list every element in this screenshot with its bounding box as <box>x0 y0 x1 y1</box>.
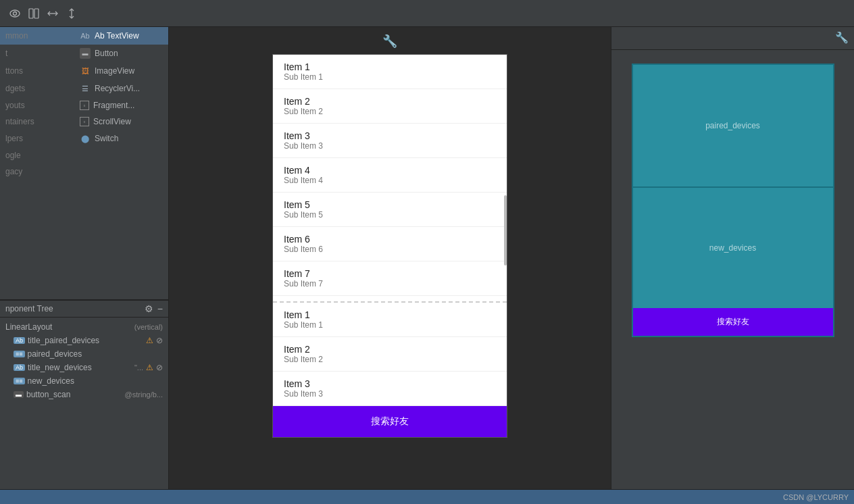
list-item-7[interactable]: Item 1 Sub Item 1 <box>273 303 507 337</box>
device-section-paired: paired_devices <box>633 65 833 186</box>
wrench-icon-right: 🔧 <box>835 31 849 44</box>
tree-content: LinearLayout (vertical) Ab title_paired_… <box>0 318 168 489</box>
warn-icon-title-new: ⚠ <box>146 363 153 372</box>
palette-item-switch[interactable]: lpers ⬤ Switch <box>0 130 168 147</box>
palette-item-imageview[interactable]: ttons 🖼 ImageView <box>0 62 168 80</box>
tree-badge-new: ≡≡ <box>14 378 25 384</box>
scroll-thumb[interactable] <box>504 195 507 266</box>
recyclerview-label: RecyclerVi... <box>95 84 140 93</box>
tree-item-extra-title-new: "... <box>134 363 143 372</box>
tree-item-button-scan[interactable]: ▬ button_scan @string/b... <box>0 388 168 401</box>
list-item-1[interactable]: Item 2 Sub Item 2 <box>273 89 507 124</box>
component-tree: nponent Tree ⚙ − LinearLayout (vertical)… <box>0 300 168 489</box>
palette-item-right-2: 🖼 ImageView <box>80 66 163 76</box>
palette-item-left-5: ntainers <box>5 117 80 126</box>
textview-label: Ab TextView <box>95 31 139 41</box>
main-layout: mmon Ab Ab TextView t ▬ Button ttons 🖼 <box>0 27 854 489</box>
list-item-sub-0: Sub Item 1 <box>284 72 496 82</box>
list-item-0[interactable]: Item 1 Sub Item 1 <box>273 55 507 89</box>
device-preview-area: paired_devices new_devices 搜索好友 <box>611 50 854 489</box>
palette-item-scrollview[interactable]: ntainers ▫ ScrollView <box>0 114 168 130</box>
tree-item-extra-linearlayout: (vertical) <box>134 323 163 331</box>
list-item-title-9: Item 3 <box>284 378 496 389</box>
list-item-sub-5: Sub Item 6 <box>284 245 496 254</box>
tree-item-title-paired[interactable]: Ab title_paired_devices ⚠ ⊘ <box>0 334 168 347</box>
palette-item-right-4: ▫ Fragment... <box>80 101 163 110</box>
list-item-3[interactable]: Item 4 Sub Item 4 <box>273 158 507 193</box>
list-item-sub-7: Sub Item 1 <box>284 320 496 330</box>
device-button-label: 搜索好友 <box>717 317 749 326</box>
search-button[interactable]: 搜索好友 <box>273 406 507 437</box>
palette-item-google[interactable]: ogle <box>0 147 168 163</box>
tree-badge-title-paired: Ab <box>14 337 25 344</box>
scrollview-icon: ▫ <box>80 117 89 126</box>
top-toolbar <box>0 0 854 27</box>
tree-item-new-devices[interactable]: ≡≡ new_devices <box>0 374 168 388</box>
section-label-paired: paired_devices <box>705 121 760 130</box>
list-item-5[interactable]: Item 6 Sub Item 6 <box>273 227 507 261</box>
arrows-h-icon[interactable] <box>45 6 60 21</box>
list-item-sub-8: Sub Item 2 <box>284 355 496 364</box>
tree-badge-paired: ≡≡ <box>14 351 25 357</box>
device-screen: paired_devices new_devices 搜索好友 <box>632 64 834 337</box>
list-item-title-8: Item 2 <box>284 344 496 355</box>
fragment-label: Fragment... <box>93 101 134 110</box>
phone-preview: Item 1 Sub Item 1 Item 2 Sub Item 2 Item… <box>272 54 507 438</box>
list-item-9[interactable]: Item 3 Sub Item 3 <box>273 372 507 406</box>
palette-item-right-6: ⬤ Switch <box>80 133 163 144</box>
list-item-6[interactable]: Item 7 Sub Item 7 <box>273 261 507 296</box>
list-item-title-3: Item 4 <box>284 165 496 176</box>
palette-item-legacy[interactable]: gacy <box>0 163 168 180</box>
tree-item-name-title-new: title_new_devices <box>28 363 132 372</box>
eye-icon[interactable] <box>7 6 22 21</box>
tree-item-name-title-paired: title_paired_devices <box>28 336 143 345</box>
palette-item-right-5: ▫ ScrollView <box>80 117 163 126</box>
right-panel: 🔧 paired_devices new_devices 搜索好友 <box>611 27 854 489</box>
palette-item-left-4: youts <box>5 101 80 110</box>
list-item-title-4: Item 5 <box>284 199 496 210</box>
list-item-title-2: Item 3 <box>284 130 496 141</box>
component-tree-settings-icon[interactable]: ⚙ <box>145 303 153 314</box>
svg-rect-3 <box>34 9 39 18</box>
right-panel-top: 🔧 <box>611 27 854 50</box>
palette-section: mmon Ab Ab TextView t ▬ Button ttons 🖼 <box>0 27 168 300</box>
block-icon-title-paired: ⊘ <box>156 336 163 345</box>
tree-badge-scan: ▬ <box>14 391 24 398</box>
palette-item-left-2: ttons <box>5 66 80 76</box>
center-area: 🔧 Item 1 Sub Item 1 Item 2 Sub Item 2 It… <box>169 27 611 489</box>
scrollview-label: ScrollView <box>93 117 131 126</box>
palette-item-right-0: Ab Ab TextView <box>80 30 163 41</box>
status-bar: CSDN @LYCURRY <box>0 489 854 504</box>
svg-point-1 <box>14 11 17 15</box>
palette-item-left-6: lpers <box>5 134 80 143</box>
list-item-2[interactable]: Item 3 Sub Item 3 <box>273 124 507 158</box>
switch-label: Switch <box>95 134 118 143</box>
palette-item-right-1: ▬ Button <box>80 48 163 59</box>
tree-item-name-scan: button_scan <box>26 390 122 399</box>
switch-icon: ⬤ <box>80 133 91 144</box>
list-item-title-6: Item 7 <box>284 268 496 279</box>
imageview-label: ImageView <box>95 66 134 76</box>
list-item-4[interactable]: Item 5 Sub Item 5 <box>273 193 507 227</box>
tree-item-linearlayout[interactable]: LinearLayout (vertical) <box>0 320 168 334</box>
palette-item-left-8: gacy <box>5 167 80 176</box>
list-item-partial <box>273 296 507 303</box>
list-item-8[interactable]: Item 2 Sub Item 2 <box>273 337 507 372</box>
columns-icon[interactable] <box>26 6 41 21</box>
tree-item-name-paired: paired_devices <box>28 349 163 359</box>
status-right: CSDN @LYCURRY <box>783 493 849 501</box>
palette-item-button[interactable]: t ▬ Button <box>0 45 168 62</box>
list-item-sub-2: Sub Item 3 <box>284 141 496 151</box>
palette-item-textview[interactable]: mmon Ab Ab TextView <box>0 27 168 45</box>
palette-item-fragment[interactable]: youts ▫ Fragment... <box>0 97 168 114</box>
list-item-sub-9: Sub Item 3 <box>284 389 496 399</box>
tree-item-extra-scan: @string/b... <box>125 390 163 399</box>
button-icon: ▬ <box>80 48 91 59</box>
component-tree-minus-icon[interactable]: − <box>157 303 163 314</box>
tree-item-paired-devices[interactable]: ≡≡ paired_devices <box>0 347 168 361</box>
device-button-area[interactable]: 搜索好友 <box>633 308 833 336</box>
tree-item-title-new[interactable]: Ab title_new_devices "... ⚠ ⊘ <box>0 361 168 374</box>
palette-item-recyclerview[interactable]: dgets ☰ RecyclerVi... <box>0 80 168 97</box>
arrows-v-icon[interactable] <box>64 6 79 21</box>
warn-icon-title-paired: ⚠ <box>146 336 153 345</box>
